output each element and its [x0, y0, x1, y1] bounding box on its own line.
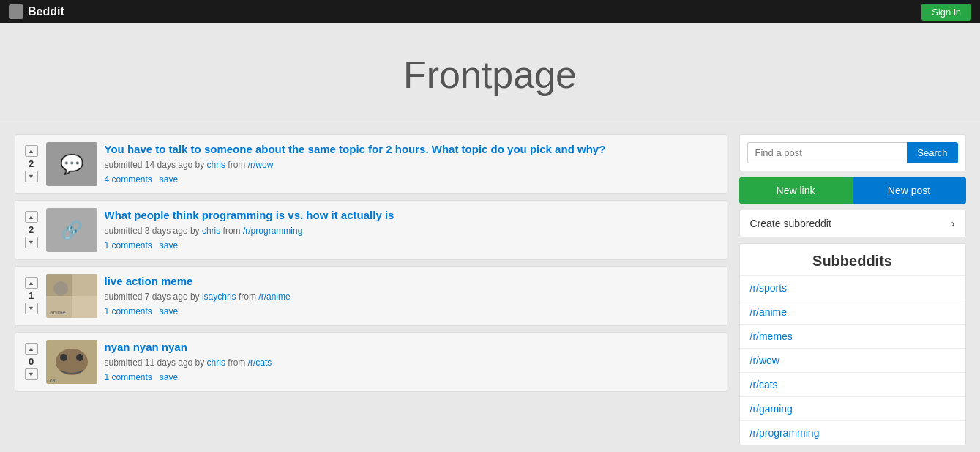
- upvote-button[interactable]: ▲: [25, 145, 38, 157]
- sidebar: Search New link New post Create subbredd…: [739, 134, 966, 445]
- post-author[interactable]: chris: [207, 357, 225, 368]
- post-title-link[interactable]: live action meme: [105, 274, 718, 289]
- search-input[interactable]: [747, 142, 908, 163]
- save-link[interactable]: save: [160, 240, 178, 251]
- comments-link[interactable]: 4 comments: [105, 174, 152, 185]
- from-text: from: [223, 226, 241, 236]
- post-meta: submitted 3 days ago by chris from /r/pr…: [105, 226, 718, 236]
- downvote-button[interactable]: ▼: [25, 237, 38, 248]
- content-wrapper: ▲ 2 ▼ 💬 You have to talk to someone abou…: [7, 134, 973, 445]
- downvote-button[interactable]: ▼: [25, 171, 38, 182]
- post-actions: 1 comments save: [105, 372, 718, 382]
- post-thumbnail-link: 🔗: [46, 208, 97, 252]
- upvote-button[interactable]: ▲: [25, 211, 38, 223]
- upvote-button[interactable]: ▲: [25, 343, 38, 355]
- post-title-link[interactable]: nyan nyan nyan: [105, 340, 718, 355]
- post-meta: submitted 11 days ago by chris from /r/c…: [105, 357, 718, 368]
- post-body: nyan nyan nyan submitted 11 days ago by …: [105, 340, 718, 382]
- post-subreddit[interactable]: /r/programming: [243, 226, 302, 236]
- list-item[interactable]: /r/wow: [740, 348, 965, 372]
- subbeddits-title: Subbeddits: [740, 244, 965, 275]
- submitted-text: submitted 14 days ago by: [105, 160, 205, 170]
- downvote-button[interactable]: ▼: [25, 303, 38, 314]
- svg-point-8: [76, 354, 83, 361]
- vote-section: ▲ 2 ▼: [24, 211, 39, 248]
- post-author[interactable]: chris: [207, 160, 225, 170]
- comments-link[interactable]: 1 comments: [105, 306, 152, 316]
- post-thumbnail-image: anime: [46, 274, 97, 318]
- search-button[interactable]: Search: [907, 142, 957, 163]
- vote-section: ▲ 2 ▼: [24, 145, 39, 182]
- navbar: Beddit Sign in: [0, 0, 980, 23]
- post-title-link[interactable]: What people think programming is vs. how…: [105, 208, 718, 223]
- post-subreddit[interactable]: /r/cats: [248, 357, 272, 368]
- page-title: Frontpage: [0, 53, 980, 97]
- comments-link[interactable]: 1 comments: [105, 240, 152, 251]
- table-row: ▲ 1 ▼ anime live action meme submitted 7…: [15, 266, 727, 326]
- table-row: ▲ 2 ▼ 💬 You have to talk to someone abou…: [15, 134, 727, 194]
- post-author[interactable]: isaychris: [202, 292, 236, 302]
- from-text: from: [228, 160, 245, 170]
- post-actions: 4 comments save: [105, 174, 718, 185]
- save-link[interactable]: save: [160, 372, 178, 382]
- new-post-button[interactable]: New post: [853, 177, 966, 204]
- vote-count: 0: [29, 356, 34, 367]
- post-body: You have to talk to someone about the sa…: [105, 142, 718, 185]
- create-subbreddit-label: Create subbreddit: [750, 218, 831, 229]
- chevron-right-icon: ›: [951, 218, 955, 229]
- brand: Beddit: [9, 4, 64, 19]
- svg-rect-2: [72, 296, 97, 318]
- from-text: from: [239, 292, 256, 302]
- vote-section: ▲ 0 ▼: [24, 343, 39, 380]
- save-link[interactable]: save: [160, 306, 178, 316]
- list-item[interactable]: /r/cats: [740, 372, 965, 396]
- vote-count: 1: [29, 290, 34, 301]
- table-row: ▲ 0 ▼ cat nyan nyan nyan submitted 11 da…: [15, 332, 727, 392]
- brand-text: Beddit: [28, 5, 64, 18]
- new-buttons: New link New post: [739, 177, 966, 204]
- brand-icon: [9, 4, 23, 19]
- post-meta: submitted 14 days ago by chris from /r/w…: [105, 160, 718, 170]
- svg-text:cat: cat: [50, 378, 56, 383]
- vote-section: ▲ 1 ▼: [24, 277, 39, 314]
- create-subbreddit[interactable]: Create subbreddit ›: [739, 210, 966, 237]
- hero-section: Frontpage: [0, 23, 980, 119]
- comments-link[interactable]: 1 comments: [105, 372, 152, 382]
- post-meta: submitted 7 days ago by isaychris from /…: [105, 292, 718, 302]
- svg-point-3: [53, 281, 68, 296]
- post-actions: 1 comments save: [105, 306, 718, 316]
- post-body: What people think programming is vs. how…: [105, 208, 718, 251]
- subbeddits-panel: Subbeddits /r/sports /r/anime /r/memes /…: [739, 243, 966, 445]
- post-title-link[interactable]: You have to talk to someone about the sa…: [105, 142, 718, 157]
- downvote-button[interactable]: ▼: [25, 368, 38, 380]
- list-item[interactable]: /r/programming: [740, 420, 965, 445]
- submitted-text: submitted 7 days ago by: [105, 292, 200, 302]
- list-item[interactable]: /r/anime: [740, 300, 965, 324]
- from-text: from: [228, 357, 245, 368]
- post-body: live action meme submitted 7 days ago by…: [105, 274, 718, 316]
- save-link[interactable]: save: [160, 174, 178, 185]
- post-subreddit[interactable]: /r/wow: [248, 160, 274, 170]
- vote-count: 2: [29, 224, 34, 235]
- search-bar: Search: [739, 134, 966, 171]
- vote-count: 2: [29, 158, 34, 169]
- list-item[interactable]: /r/gaming: [740, 396, 965, 420]
- signin-button[interactable]: Sign in: [921, 4, 971, 21]
- list-item[interactable]: /r/sports: [740, 275, 965, 300]
- post-subreddit[interactable]: /r/anime: [258, 292, 290, 302]
- svg-point-6: [56, 349, 88, 375]
- svg-point-7: [60, 354, 67, 361]
- submitted-text: submitted 11 days ago by: [105, 357, 205, 368]
- post-author[interactable]: chris: [202, 226, 220, 236]
- new-link-button[interactable]: New link: [739, 177, 853, 204]
- list-item[interactable]: /r/memes: [740, 324, 965, 348]
- post-thumbnail-image: cat: [46, 340, 97, 384]
- upvote-button[interactable]: ▲: [25, 277, 38, 289]
- post-actions: 1 comments save: [105, 240, 718, 251]
- svg-text:anime: anime: [50, 309, 66, 316]
- table-row: ▲ 2 ▼ 🔗 What people think programming is…: [15, 200, 727, 260]
- submitted-text: submitted 3 days ago by: [105, 226, 200, 236]
- posts-column: ▲ 2 ▼ 💬 You have to talk to someone abou…: [15, 134, 727, 445]
- post-thumbnail-chat: 💬: [46, 142, 97, 186]
